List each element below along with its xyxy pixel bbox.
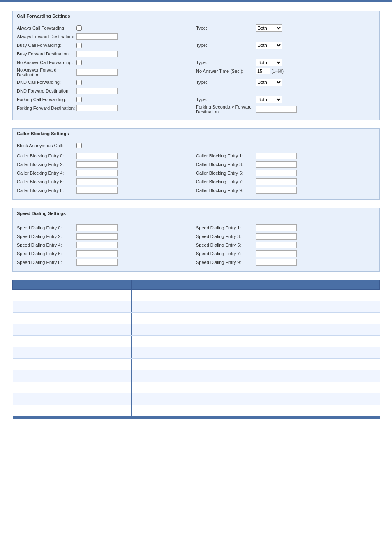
speed-dialing-entry-right-input-3[interactable] bbox=[256, 250, 297, 257]
forking-secondary-dest-input[interactable] bbox=[256, 106, 297, 113]
type5-select[interactable]: Both bbox=[256, 96, 282, 103]
forking-secondary-dest-label: Forking Secondary Forward Destination: bbox=[196, 104, 256, 114]
caller-blocking-entries: Caller Blocking Entry 0: Caller Blocking… bbox=[17, 152, 375, 195]
noanswer-forward-dest-input[interactable] bbox=[76, 69, 118, 76]
speed-dialing-entry-left-input-0[interactable] bbox=[76, 224, 118, 231]
busy-forward-dest-input[interactable] bbox=[76, 51, 118, 57]
caller-blocking-entry-right-1: Caller Blocking Entry 3: bbox=[196, 161, 375, 168]
caller-blocking-row-4: Caller Blocking Entry 8: Caller Blocking… bbox=[17, 187, 375, 195]
info-table-foot bbox=[13, 416, 380, 419]
caller-blocking-right-4: Caller Blocking Entry 9: bbox=[196, 187, 375, 195]
speed-dialing-entry-right-input-0[interactable] bbox=[256, 224, 297, 231]
caller-blocking-row-1: Caller Blocking Entry 2: Caller Blocking… bbox=[17, 161, 375, 169]
speed-dialing-entry-left-1: Speed Dialing Entry 2: bbox=[17, 233, 196, 240]
speed-dialing-entry-right-input-1[interactable] bbox=[256, 233, 297, 240]
speed-dialing-entry-left-label-2: Speed Dialing Entry 4: bbox=[17, 243, 76, 247]
caller-blocking-entry-left-label-0: Caller Blocking Entry 0: bbox=[17, 153, 76, 158]
caller-blocking-entry-right-input-2[interactable] bbox=[256, 170, 297, 176]
caller-blocking-entry-left-input-0[interactable] bbox=[76, 153, 118, 159]
dnd-call-forwarding-checkbox[interactable] bbox=[76, 80, 82, 85]
busy-call-forwarding-checkbox[interactable] bbox=[76, 43, 82, 48]
noanswer-forwarding-row: No Answer Call Forwarding: No Answer For… bbox=[17, 59, 375, 79]
caller-blocking-entry-left-4: Caller Blocking Entry 8: bbox=[17, 187, 196, 194]
type2-select[interactable]: Both bbox=[256, 42, 282, 49]
speed-dialing-entry-left-3: Speed Dialing Entry 6: bbox=[17, 250, 196, 257]
speed-dialing-entry-left-input-2[interactable] bbox=[76, 242, 118, 248]
forking-forward-dest-field: Forking Forward Destination: bbox=[17, 104, 196, 112]
call-forwarding-panel: Call Forwarding Settings Always Call For… bbox=[12, 11, 380, 120]
table-cell-item-4 bbox=[13, 336, 132, 347]
block-anonymous-checkbox[interactable] bbox=[76, 143, 82, 148]
noanswer-forward-dest-label: No Answer Forward Destination: bbox=[17, 67, 76, 77]
dnd-forward-dest-input[interactable] bbox=[76, 88, 118, 94]
caller-blocking-left-3: Caller Blocking Entry 6: bbox=[17, 178, 196, 187]
caller-blocking-entry-left-0: Caller Blocking Entry 0: bbox=[17, 152, 196, 160]
caller-blocking-right-1: Caller Blocking Entry 3: bbox=[196, 161, 375, 169]
speed-dialing-entry-left-input-3[interactable] bbox=[76, 250, 118, 257]
caller-blocking-title: Caller Blocking Settings bbox=[17, 131, 69, 136]
busy-forward-dest-label: Busy Forward Destination: bbox=[17, 51, 76, 56]
speed-dialing-entry-left-input-4[interactable] bbox=[76, 259, 118, 266]
always-call-forwarding-checkbox[interactable] bbox=[76, 25, 82, 31]
info-table bbox=[12, 280, 380, 419]
noanswer-call-forwarding-checkbox[interactable] bbox=[76, 60, 82, 65]
speed-dialing-entry-left-label-4: Speed Dialing Entry 8: bbox=[17, 260, 76, 265]
type3-select[interactable]: Both bbox=[256, 59, 282, 66]
caller-blocking-entry-right-input-4[interactable] bbox=[256, 187, 297, 194]
type5-label: Type: bbox=[196, 97, 256, 102]
caller-blocking-entry-left-input-2[interactable] bbox=[76, 170, 118, 176]
type1-select[interactable]: Both bbox=[256, 24, 282, 32]
table-row bbox=[13, 347, 380, 359]
speed-dialing-right-4: Speed Dialing Entry 9: bbox=[196, 259, 375, 267]
caller-blocking-entry-right-input-0[interactable] bbox=[256, 153, 297, 159]
always-forwarding-row: Always Call Forwarding: Always Forward D… bbox=[17, 24, 375, 42]
speed-dialing-right-2: Speed Dialing Entry 5: bbox=[196, 241, 375, 250]
caller-blocking-entry-left-label-2: Caller Blocking Entry 4: bbox=[17, 171, 76, 176]
speed-dialing-entry-left-0: Speed Dialing Entry 0: bbox=[17, 224, 196, 231]
noanswer-time-input[interactable] bbox=[256, 68, 270, 74]
noanswer-time-group: (1~60) bbox=[256, 68, 284, 74]
caller-blocking-row-3: Caller Blocking Entry 6: Caller Blocking… bbox=[17, 178, 375, 187]
speed-dialing-entry-left-input-1[interactable] bbox=[76, 233, 118, 240]
caller-blocking-entry-right-3: Caller Blocking Entry 7: bbox=[196, 178, 375, 185]
caller-blocking-right-0: Caller Blocking Entry 1: bbox=[196, 152, 375, 161]
busy-forwarding-right: Type: Both bbox=[196, 42, 375, 59]
table-cell-item-5 bbox=[13, 347, 132, 359]
speed-dialing-entry-right-label-2: Speed Dialing Entry 5: bbox=[196, 243, 256, 247]
speed-dialing-left-3: Speed Dialing Entry 6: bbox=[17, 250, 196, 259]
caller-blocking-entry-left-input-3[interactable] bbox=[76, 178, 118, 185]
type3-field: Type: Both bbox=[196, 59, 375, 66]
always-forward-dest-input[interactable] bbox=[76, 33, 118, 40]
caller-blocking-entry-right-label-1: Caller Blocking Entry 3: bbox=[196, 162, 256, 167]
noanswer-forwarding-right: Type: Both No Answer Time (Sec.): (1~60) bbox=[196, 59, 375, 79]
table-cell-desc-1 bbox=[132, 301, 380, 313]
table-row bbox=[13, 301, 380, 313]
caller-blocking-entry-right-input-1[interactable] bbox=[256, 161, 297, 168]
speed-dialing-entry-right-input-2[interactable] bbox=[256, 242, 297, 248]
table-row bbox=[13, 359, 380, 370]
table-cell-desc-8 bbox=[132, 382, 380, 393]
caller-blocking-entry-right-input-3[interactable] bbox=[256, 178, 297, 185]
table-cell-desc-10 bbox=[132, 405, 380, 416]
speed-dialing-row-3: Speed Dialing Entry 6: Speed Dialing Ent… bbox=[17, 250, 375, 259]
caller-blocking-entry-right-label-0: Caller Blocking Entry 1: bbox=[196, 153, 256, 158]
type4-select[interactable]: Both bbox=[256, 79, 282, 86]
type1-label: Type: bbox=[196, 25, 256, 30]
forking-forward-dest-input[interactable] bbox=[76, 105, 118, 111]
always-forwarding-right: Type: Both bbox=[196, 24, 375, 42]
caller-blocking-entry-left-input-1[interactable] bbox=[76, 161, 118, 168]
dnd-forwarding-right: Type: Both bbox=[196, 79, 375, 96]
always-call-forwarding-label: Always Call Forwarding: bbox=[17, 25, 76, 30]
caller-blocking-left-4: Caller Blocking Entry 8: bbox=[17, 187, 196, 195]
caller-blocking-row-2: Caller Blocking Entry 4: Caller Blocking… bbox=[17, 169, 375, 178]
speed-dialing-row-2: Speed Dialing Entry 4: Speed Dialing Ent… bbox=[17, 241, 375, 250]
speed-dialing-entry-right-input-4[interactable] bbox=[256, 259, 297, 266]
caller-blocking-entry-left-input-4[interactable] bbox=[76, 187, 118, 194]
forking-forwarding-left: Forking Call Forwarding: Forking Forward… bbox=[17, 96, 196, 116]
speed-dialing-entry-right-2: Speed Dialing Entry 5: bbox=[196, 241, 375, 249]
table-row bbox=[13, 382, 380, 393]
forking-call-forwarding-checkbox[interactable] bbox=[76, 97, 82, 102]
caller-blocking-panel: Caller Blocking Settings Block Anonymous… bbox=[12, 128, 380, 200]
table-cell-item-8 bbox=[13, 382, 132, 393]
always-forwarding-left: Always Call Forwarding: Always Forward D… bbox=[17, 24, 196, 42]
